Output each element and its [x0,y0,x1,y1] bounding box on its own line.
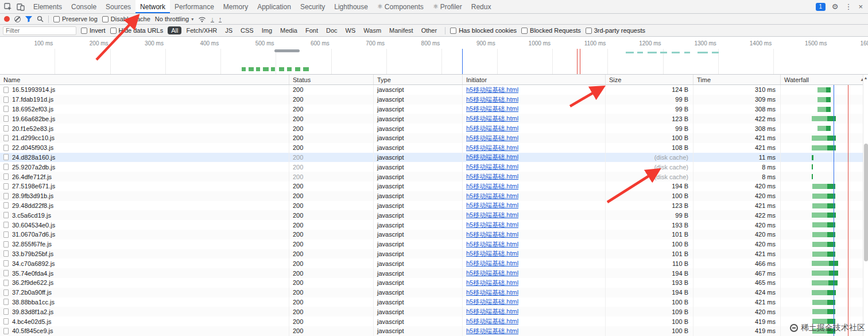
initiator-link[interactable]: h5移动端基础.html [466,221,518,229]
initiator-link[interactable]: h5移动端基础.html [466,124,518,133]
cell-name[interactable]: 22.d045f903.js [0,143,289,153]
cell-name[interactable]: 28.9fb3d91b.js [0,191,289,201]
table-row[interactable]: 21.d299cc10.js200javascripth5移动端基础.html1… [0,133,868,143]
throttling-dropdown[interactable]: No throttling ▾ [155,16,193,22]
tab-lighthouse[interactable]: Lighthouse [330,0,373,13]
filter-pill-ws[interactable]: WS [342,26,359,34]
table-row[interactable]: 37.2b0a90ff.js200javascripth5移动端基础.html1… [0,288,868,298]
cell-name[interactable]: 36.2f9de622.js [0,278,289,288]
cell-name[interactable]: 3.c5a6cd19.js [0,210,289,220]
tab-application[interactable]: Application [253,0,296,13]
cell-name[interactable]: 26.4dfe712f.js [0,172,289,181]
initiator-link[interactable]: h5移动端基础.html [466,86,518,94]
initiator-link[interactable]: h5移动端基础.html [466,279,518,287]
export-har-icon[interactable]: ↑ [219,16,222,22]
3rd-party-requests-checkbox[interactable]: 3rd-party requests [586,27,645,34]
cell-name[interactable]: 21.d299cc10.js [0,133,289,143]
cell-name[interactable]: 18.6952ef03.js [0,105,289,114]
tab-performance[interactable]: Performance [170,0,219,13]
column-header-type[interactable]: Type [374,75,463,84]
initiator-link[interactable]: h5移动端基础.html [466,269,518,277]
column-header-waterfall[interactable]: Waterfall ▲ [781,75,868,84]
table-row[interactable]: 25.9207a2db.js200javascripth5移动端基础.html(… [0,162,868,172]
issues-badge[interactable]: 1 [816,3,826,11]
search-icon[interactable] [37,16,44,22]
column-header-initiator[interactable]: Initiator [463,75,606,84]
initiator-link[interactable]: h5移动端基础.html [466,144,518,152]
preserve-log-checkbox[interactable]: Preserve log [53,16,98,22]
table-row[interactable]: 26.4dfe712f.js200javascripth5移动端基础.html(… [0,172,868,181]
initiator-link[interactable]: h5移动端基础.html [466,317,518,326]
column-header-size[interactable]: Size [606,75,693,84]
network-conditions-icon[interactable] [198,16,206,22]
filter-pill-doc[interactable]: Doc [323,26,341,34]
initiator-link[interactable]: h5移动端基础.html [466,298,518,306]
cell-name[interactable]: 29.48dd22f8.js [0,201,289,211]
table-row[interactable]: 33.b79b25bf.js200javascripth5移动端基础.html1… [0,249,868,259]
table-row[interactable]: 34.c70a6892.js200javascripth5移动端基础.html1… [0,258,868,268]
table-row[interactable]: 39.83d8f1a2.js200javascripth5移动端基础.html1… [0,307,868,316]
tab-console[interactable]: Console [67,0,101,13]
table-row[interactable]: 29.48dd22f8.js200javascripth5移动端基础.html1… [0,201,868,211]
table-row[interactable]: 36.2f9de622.js200javascripth5移动端基础.html1… [0,278,868,288]
initiator-link[interactable]: h5移动端基础.html [466,230,518,239]
table-row[interactable]: 35.74e0fda4.js200javascripth5移动端基础.html1… [0,268,868,278]
initiator-link[interactable]: h5移动端基础.html [466,114,518,123]
column-header-status[interactable]: Status [289,75,374,84]
cell-name[interactable]: 33.b79b25bf.js [0,249,289,259]
blocked-requests-checkbox[interactable]: Blocked Requests [521,27,581,34]
filter-pill-other[interactable]: Other [418,26,441,34]
initiator-link[interactable]: h5移动端基础.html [466,307,518,316]
initiator-link[interactable]: h5移动端基础.html [466,211,518,219]
table-row[interactable]: 40.5f845ce9.js200javascripth5移动端基础.html1… [0,326,868,336]
table-row[interactable]: 30.604534e0.js200javascripth5移动端基础.html1… [0,220,868,230]
initiator-link[interactable]: h5移动端基础.html [466,327,518,335]
cell-name[interactable]: 4.bc4e02d5.js [0,316,289,326]
cell-name[interactable]: 19.66a682be.js [0,114,289,123]
cell-name[interactable]: 32.855f67fe.js [0,240,289,249]
cell-name[interactable]: 38.88bba1cc.js [0,298,289,307]
filter-pill-js[interactable]: JS [222,26,236,34]
cell-name[interactable]: 35.74e0fda4.js [0,268,289,278]
table-row[interactable]: 24.d828a160.js200javascripth5移动端基础.html(… [0,153,868,163]
table-row[interactable]: 19.66a682be.js200javascripth5移动端基础.html1… [0,114,868,123]
close-icon[interactable]: × [858,3,863,10]
initiator-link[interactable]: h5移动端基础.html [466,105,518,113]
cell-name[interactable]: 27.5198e671.js [0,181,289,191]
table-row[interactable]: 17.fdab191d.js200javascripth5移动端基础.html9… [0,95,868,105]
inspect-element-icon[interactable] [2,2,14,12]
has-blocked-cookies-checkbox[interactable]: Has blocked cookies [450,27,517,34]
table-row[interactable]: 22.d045f903.js200javascripth5移动端基础.html1… [0,143,868,153]
table-row[interactable]: 16.51993914.js200javascripth5移动端基础.html1… [0,85,868,95]
tab-network[interactable]: Network [135,0,170,13]
filter-pill-all[interactable]: All [168,26,181,34]
tab-security[interactable]: Security [296,0,330,13]
tab-sources[interactable]: Sources [101,0,135,13]
table-row[interactable]: 38.88bba1cc.js200javascripth5移动端基础.html1… [0,298,868,307]
cell-name[interactable]: 40.5f845ce9.js [0,326,289,336]
timeline-overview[interactable] [0,49,868,75]
cell-name[interactable]: 30.604534e0.js [0,220,289,230]
filter-input[interactable] [3,26,76,35]
tab-components[interactable]: ⚛Components [373,0,428,13]
initiator-link[interactable]: h5移动端基础.html [466,249,518,258]
cell-name[interactable]: 31.0670a7d6.js [0,230,289,240]
initiator-link[interactable]: h5移动端基础.html [466,259,518,268]
tab-memory[interactable]: Memory [219,0,253,13]
filter-pill-img[interactable]: Img [258,26,276,34]
cell-name[interactable]: 39.83d8f1a2.js [0,307,289,316]
hide-data-urls-checkbox[interactable]: Hide data URLs [110,27,164,34]
table-row[interactable]: 27.5198e671.js200javascripth5移动端基础.html1… [0,181,868,191]
initiator-link[interactable]: h5移动端基础.html [466,153,518,161]
device-toolbar-icon[interactable] [15,2,26,12]
cell-name[interactable]: 25.9207a2db.js [0,162,289,172]
vertical-scrollbar[interactable]: ▲ [863,75,868,336]
scroll-up-icon[interactable]: ▲ [863,75,868,80]
initiator-link[interactable]: h5移动端基础.html [466,172,518,181]
filter-toggle-icon[interactable] [25,16,32,22]
tab-profiler[interactable]: ⚛Profiler [428,0,467,13]
disable-cache-checkbox[interactable]: Disable cache [102,16,150,22]
filter-pill-font[interactable]: Font [302,26,321,34]
filter-pill-wasm[interactable]: Wasm [360,26,385,34]
cell-name[interactable]: 37.2b0a90ff.js [0,288,289,298]
